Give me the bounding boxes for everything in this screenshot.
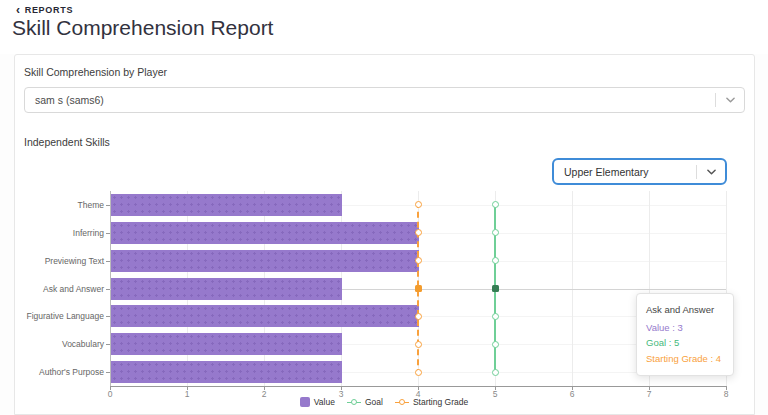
breadcrumb-label: REPORTS: [25, 5, 73, 15]
legend-label: Goal: [365, 397, 383, 407]
chevron-down-icon[interactable]: [697, 169, 725, 175]
legend-item-goal[interactable]: Goal: [347, 397, 383, 407]
legend-label: Starting Grade: [413, 397, 468, 407]
legend-line-marker-icon: [347, 398, 361, 406]
grade-level-select[interactable]: Upper Elementary: [552, 158, 727, 185]
page-title: Skill Comprehension Report: [12, 16, 273, 40]
tooltip-value: Value : 3: [646, 320, 724, 336]
player-select-value: sam s (sams6): [25, 94, 715, 106]
back-chevron-icon: ‹: [16, 6, 21, 15]
legend-bar-swatch-icon: [300, 397, 310, 407]
chart-tooltip: Ask and Answer Value : 3 Goal : 5 Starti…: [636, 293, 734, 376]
player-select[interactable]: sam s (sams6): [24, 87, 745, 113]
grade-select-value: Upper Elementary: [554, 166, 696, 178]
chart-legend: ValueGoalStarting Grade: [0, 397, 768, 407]
section-title: Independent Skills: [24, 136, 110, 148]
legend-line-marker-icon: [395, 398, 409, 406]
top-bar: ‹ REPORTS Skill Comprehension Report: [0, 0, 768, 54]
player-filter-label: Skill Comprehension by Player: [24, 66, 167, 78]
legend-label: Value: [314, 397, 335, 407]
tooltip-goal: Goal : 5: [646, 335, 724, 351]
breadcrumb[interactable]: ‹ REPORTS: [16, 5, 73, 15]
tooltip-starting-grade: Starting Grade : 4: [646, 351, 724, 367]
chevron-down-icon[interactable]: [716, 97, 744, 103]
legend-item-starting-grade[interactable]: Starting Grade: [395, 397, 468, 407]
legend-item-value[interactable]: Value: [300, 397, 335, 407]
tooltip-title: Ask and Answer: [646, 302, 724, 318]
